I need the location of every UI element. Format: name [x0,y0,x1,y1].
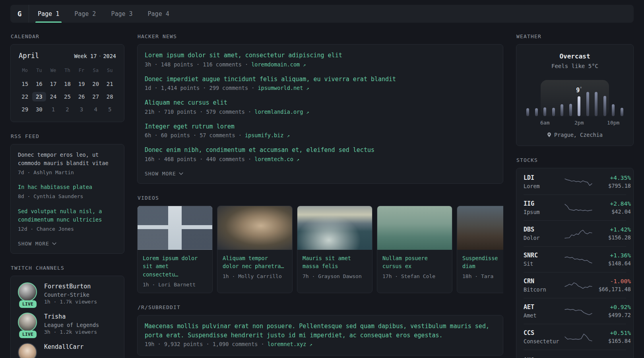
stocks-header: STOCKS [516,157,633,163]
video-thumbnail-camera [217,206,292,250]
video-card[interactable]: Aliquam tempor dolor nec pharetra… 1h · … [217,206,293,294]
hn-meta-text: 3h · 148 points · 116 comments · [145,61,251,68]
tab-page-1[interactable]: Page 1 [33,5,64,23]
external-link-icon: ↗ [310,342,312,347]
channel-avatar-image [18,343,37,358]
hn-item-domain-link[interactable]: loremlandia.org ↗ [254,109,309,115]
stock-name: Dolor [524,235,560,241]
calendar-day: 15 [18,78,32,90]
external-link-icon: ↗ [297,157,299,162]
hn-item-title[interactable]: Donec enim nibh, condimentum et accumsan… [145,146,496,155]
stock-row[interactable]: CCSConsectetur +0.51%$165.84 [524,324,626,350]
stock-row[interactable]: SNRCSit +1.36%$148.64 [524,247,626,272]
hn-item-domain-link[interactable]: ipsumworld.net ↗ [258,85,309,91]
video-thumbnail-dark-field [457,206,503,250]
stock-change: +1.36% [597,252,631,259]
calendar-day-next-month: 4 [89,103,103,115]
weather-time-labels: 6am2pm10pm [524,120,626,126]
app-logo[interactable]: G [10,5,29,23]
hn-item-domain-link[interactable]: loremtech.co ↗ [254,156,299,162]
weekday-label: We [46,66,60,77]
hn-item-title[interactable]: Lorem ipsum dolor sit amet, consectetur … [145,51,496,60]
twitch-channel-row[interactable]: KendallCarr [18,343,117,358]
stock-sparkline [564,331,593,343]
hn-item-domain-link[interactable]: loremdomain.com ↗ [251,61,306,68]
tab-page-2[interactable]: Page 2 [70,5,101,23]
tab-page-4[interactable]: Page 4 [143,5,174,23]
hn-item-meta: 3h · 148 points · 116 comments · loremdo… [145,61,496,68]
weather-card: Overcast Feels like 5°C 9° 6am2pm10pm Pr… [516,44,634,146]
hn-item-title[interactable]: Integer eget rutrum lorem [145,122,496,131]
weather-bar [612,104,615,116]
rss-item: Sed volutpat nulla nisl, a condimentum n… [18,207,117,233]
main-columns: CALENDAR April Week 17·2024 Mo Tu We Th … [0,33,644,358]
hn-item-title[interactable]: Donec imperdiet augue tincidunt felis al… [145,75,496,84]
stock-row[interactable]: DBSDolor +1.42%$156.28 [524,221,626,247]
nav-divider [29,5,29,23]
calendar-day-selected: 23 [32,90,47,103]
stock-price: $66,171.48 [597,286,631,292]
right-column: WEATHER Overcast Feels like 5°C 9° 6am2p… [516,33,634,358]
rss-item-meta: 12d · Chance Jones [18,225,117,233]
rss-card: Donec tempor eros leo, ut commodo mauris… [10,144,124,254]
weather-bar [569,104,572,116]
stock-name: Sit [524,261,560,267]
stock-symbol: CCS [524,329,560,337]
video-title: Mauris sit amet massa felis [303,254,367,271]
stock-change: +0.92% [597,304,631,310]
tab-page-3[interactable]: Page 3 [106,5,137,23]
stock-change: +1.42% [597,226,631,233]
stock-name: Consectetur [524,338,560,344]
stock-row[interactable]: AHS +0.46% [524,350,626,358]
rss-item-title[interactable]: Donec tempor eros leo, ut commodo mauris… [18,151,117,167]
hacker-news-card: Lorem ipsum dolor sit amet, consectetur … [137,44,503,184]
video-card[interactable]: Nullam posuere cursus ex 17h · Stefan Co… [377,206,452,294]
subreddit-widget: /R/SUBREDDIT Maecenas mollis pulvinar er… [137,304,503,356]
weather-bar [621,108,623,116]
twitch-channel-row[interactable]: LIVE Trisha League of Legends 3h · 1.2k … [18,313,117,336]
calendar-week-year: Week 17·2024 [74,53,116,59]
stock-row[interactable]: LDILorem +4.35%$795.18 [524,169,626,195]
video-meta: 18h · Tara [462,273,503,279]
stock-row[interactable]: IIGIpsum +2.84%$42.04 [524,195,626,221]
calendar-top-row: April Week 17·2024 [18,51,117,60]
channel-avatar-image [18,313,37,332]
twitch-widget: TWITCH CHANNELS LIVE ForrestBurton Count… [10,265,124,358]
stock-name: Bitcorn [524,286,560,293]
hn-item: Lorem ipsum dolor sit amet, consectetur … [145,51,496,68]
weekday-label: Tu [32,66,47,77]
hn-item-domain-link[interactable]: ipsumify.biz ↗ [245,132,290,138]
twitch-channel-row[interactable]: LIVE ForrestBurton Counter-Strike 1h · 1… [18,282,117,305]
stock-sparkline [564,305,593,317]
video-card[interactable]: Suspendisse diam 18h · Tara [457,206,503,294]
rss-item-title[interactable]: In hac habitasse platea [18,183,117,191]
video-meta: 17h · Stefan Cole [382,273,447,279]
hn-show-more-button[interactable]: SHOW MORE [145,171,183,177]
video-card[interactable]: Lorem ipsum dolor sit amet consectetu… 1… [137,206,213,294]
rss-item-meta: 7d · Ashlyn Martin [18,169,117,177]
video-thumbnail-concrete-towers [138,206,212,250]
calendar-day: 29 [18,103,32,115]
video-card[interactable]: Mauris sit amet massa felis 7h · Grayson… [297,206,372,294]
weather-bar [543,107,546,116]
stock-row[interactable]: CRNBitcorn -1.00%$66,171.48 [524,272,626,298]
video-meta: 1h · Molly Carrillo [223,273,287,279]
calendar-day: 20 [89,78,103,90]
rss-show-more-button[interactable]: SHOW MORE [18,241,56,247]
calendar-header: CALENDAR [11,33,124,39]
hn-item: Donec enim nibh, condimentum et accumsan… [145,146,496,162]
hn-item-title[interactable]: Aliquam nec cursus elit [145,98,496,107]
reddit-post-title[interactable]: Maecenas mollis pulvinar erat non posuer… [145,322,496,340]
stocks-card: LDILorem +4.35%$795.18 IIGIpsum +2.84%$4… [516,168,634,358]
weekday-label: Th [60,66,75,77]
rss-widget: RSS FEED Donec tempor eros leo, ut commo… [10,133,124,254]
reddit-domain-link[interactable]: loremnet.xyz ↗ [268,341,312,347]
channel-meta: 1h · 1.7k viewers [44,299,97,305]
rss-item-title[interactable]: Sed volutpat nulla nisl, a condimentum n… [18,207,117,224]
hn-item-meta: 6h · 60 points · 57 comments · ipsumify.… [145,132,496,138]
subreddit-card: Maecenas mollis pulvinar erat non posuer… [137,315,503,356]
stock-name: Lorem [524,183,560,189]
stock-row[interactable]: AETAmet +0.92%$499.72 [524,298,626,324]
video-title: Nullam posuere cursus ex [382,254,447,271]
avatar: LIVE [18,313,38,336]
